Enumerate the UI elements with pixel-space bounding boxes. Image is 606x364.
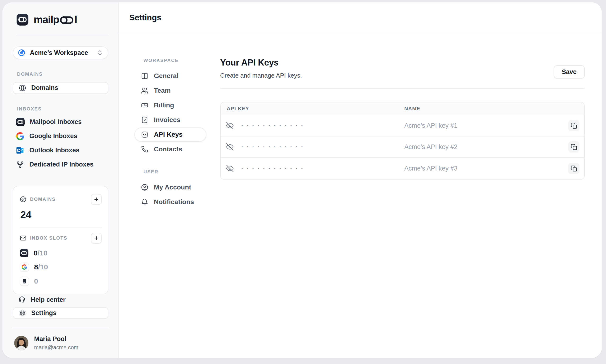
add-domain-button[interactable] xyxy=(91,194,102,205)
tab-api-keys[interactable]: API Keys xyxy=(135,128,206,142)
outlook-icon xyxy=(16,146,24,155)
eye-off-icon xyxy=(226,122,234,130)
main-area: Settings WORKSPACE General Team Bi xyxy=(119,2,602,358)
save-button[interactable]: Save xyxy=(554,65,585,78)
user-circle-icon xyxy=(141,184,148,191)
sidebar-item-label: Settings xyxy=(31,309,57,317)
panel-subtitle: Create and manage API keys. xyxy=(220,72,302,79)
sidebar-item-label: Outlook Inboxes xyxy=(29,147,80,154)
sidebar: mailpl Acme’s Workspace DOMAINS Domains … xyxy=(2,2,119,358)
column-header-name: NAME xyxy=(404,106,584,111)
tab-label: Billing xyxy=(154,102,174,109)
table-row: •••••••••••• xyxy=(221,136,584,158)
tab-billing[interactable]: Billing xyxy=(135,98,206,112)
workspace-nav-list: General Team Billing Invoices xyxy=(135,69,206,156)
column-header-api-key: API KEY xyxy=(221,106,404,111)
wordmark-prefix: mailp xyxy=(34,14,59,26)
sidebar-item-label: Google Inboxes xyxy=(29,132,77,140)
domains-stat-header: DOMAINS xyxy=(20,194,102,205)
layout-grid-icon xyxy=(141,72,148,79)
table-row: •••••••••••• xyxy=(221,115,584,136)
sidebar-divider xyxy=(13,328,108,328)
inboxes-section-label: INBOXES xyxy=(17,106,108,112)
google-icon xyxy=(16,132,24,140)
mailpool-icon xyxy=(20,249,28,257)
user-group-label: USER xyxy=(143,169,206,175)
profile-email: maria@acme.com xyxy=(34,344,78,351)
inbox-slots-label: INBOX SLOTS xyxy=(30,235,67,241)
usage-stats-card: DOMAINS 24 INBOX SLOTS 0/10 8/10 xyxy=(13,186,108,294)
tab-contacts[interactable]: Contacts xyxy=(135,142,206,156)
sidebar-item-outlook-inboxes[interactable]: Outlook Inboxes xyxy=(13,143,108,157)
reveal-key-button[interactable] xyxy=(226,143,234,151)
sidebar-item-help-center[interactable]: Help center xyxy=(13,294,108,305)
user-nav-list: My Account Notifications xyxy=(135,180,206,209)
sidebar-item-mailpool-inboxes[interactable]: Mailpool Inboxes xyxy=(13,115,108,129)
masked-api-key: •••••••••••• xyxy=(242,166,307,171)
avatar xyxy=(14,336,28,350)
sidebar-item-dedicated-ip-inboxes[interactable]: Dedicated IP Inboxes xyxy=(13,157,108,172)
add-inbox-slot-button[interactable] xyxy=(91,233,102,244)
globe-icon xyxy=(19,84,26,91)
reveal-key-button[interactable] xyxy=(226,164,234,172)
mail-icon xyxy=(20,235,26,241)
tab-general[interactable]: General xyxy=(135,69,206,83)
tab-label: My Account xyxy=(154,183,191,191)
domains-count: 24 xyxy=(20,209,102,221)
mailpool-icon xyxy=(16,118,25,126)
mailpool-logo-icon xyxy=(17,14,28,26)
tab-label: Invoices xyxy=(154,116,180,124)
copy-icon xyxy=(571,122,577,129)
users-icon xyxy=(141,87,148,94)
api-keys-panel: Your API Keys Create and manage API keys… xyxy=(220,58,585,180)
receipt-icon xyxy=(141,116,148,123)
slot-used: 0 xyxy=(34,277,38,285)
phone-icon xyxy=(141,146,148,153)
banknote-icon xyxy=(141,102,148,109)
domains-stat-label: DOMAINS xyxy=(30,196,56,202)
user-profile[interactable]: Maria Pool maria@acme.com xyxy=(13,335,108,351)
masked-api-key: •••••••••••• xyxy=(242,144,307,149)
plus-icon xyxy=(94,196,99,202)
copy-icon xyxy=(571,144,577,150)
google-icon xyxy=(22,264,27,270)
eye-off-icon xyxy=(226,164,234,172)
slot-quota: /10 xyxy=(38,263,48,271)
api-key-name-field[interactable] xyxy=(404,122,552,129)
table-row: •••••••••••• xyxy=(221,158,584,179)
sidebar-item-google-inboxes[interactable]: Google Inboxes xyxy=(13,129,108,143)
workspace-selector[interactable]: Acme’s Workspace xyxy=(13,46,108,59)
server-slot-card xyxy=(20,277,29,286)
app-window: mailpl Acme’s Workspace DOMAINS Domains … xyxy=(2,2,602,358)
settings-body: WORKSPACE General Team Billing xyxy=(119,33,602,358)
reveal-key-button[interactable] xyxy=(226,122,234,130)
copy-key-button[interactable] xyxy=(568,163,579,174)
tab-invoices[interactable]: Invoices xyxy=(135,113,206,127)
slot-quota: /10 xyxy=(38,249,48,257)
headset-icon xyxy=(18,296,26,303)
sidebar-item-label: Domains xyxy=(31,84,58,91)
sidebar-item-domains[interactable]: Domains xyxy=(13,82,108,94)
copy-icon xyxy=(571,165,577,172)
api-key-name-field[interactable] xyxy=(404,143,552,151)
copy-key-button[interactable] xyxy=(568,120,579,131)
tab-label: Contacts xyxy=(154,145,182,153)
stats-divider xyxy=(20,227,102,228)
sidebar-item-settings[interactable]: Settings xyxy=(13,307,108,319)
settings-nav: WORKSPACE General Team Billing xyxy=(135,58,206,209)
panel-header: Your API Keys Create and manage API keys… xyxy=(220,58,585,79)
copy-key-button[interactable] xyxy=(568,141,579,153)
google-slot-card xyxy=(20,262,29,272)
workspace-avatar-icon xyxy=(18,49,25,56)
tab-notifications[interactable]: Notifications xyxy=(135,195,206,209)
tab-label: General xyxy=(154,72,178,80)
domains-section-label: DOMAINS xyxy=(17,71,108,77)
tab-team[interactable]: Team xyxy=(135,83,206,98)
topbar: Settings xyxy=(119,2,602,33)
sidebar-divider xyxy=(17,35,108,36)
tab-my-account[interactable]: My Account xyxy=(135,180,206,195)
api-key-name-field[interactable] xyxy=(404,165,552,172)
slot-row-dedicated: 0 xyxy=(20,277,102,286)
chevrons-up-down-icon xyxy=(96,50,103,56)
page-title: Settings xyxy=(129,13,162,22)
